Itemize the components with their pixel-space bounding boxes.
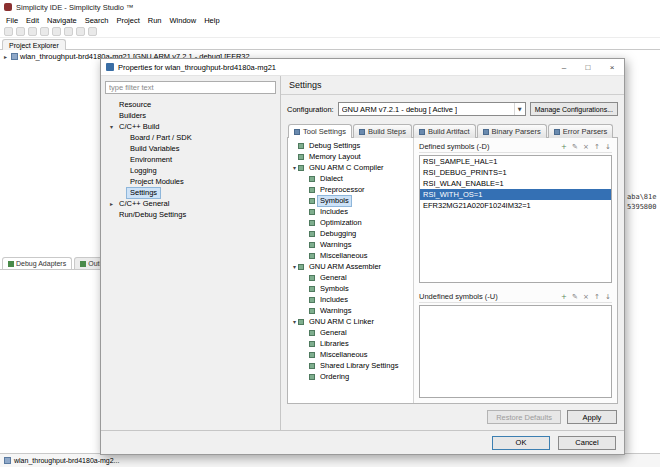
cancel-button[interactable]: Cancel xyxy=(558,436,616,450)
tool-tree-item[interactable]: Ordering xyxy=(288,371,413,382)
tool-tree-item[interactable]: Includes xyxy=(288,294,413,305)
maximize-button[interactable]: □ xyxy=(576,59,600,75)
tool-tree-item[interactable]: General xyxy=(288,272,413,283)
tool-tree-item[interactable]: Debug Settings xyxy=(288,140,413,151)
edit-icon[interactable]: ✎ xyxy=(571,293,579,301)
tool-tree-item[interactable]: Miscellaneous xyxy=(288,349,413,360)
toolbar-icon[interactable] xyxy=(4,27,13,36)
wrench-icon xyxy=(309,352,315,358)
settings-tab[interactable]: Build Artifact xyxy=(413,124,476,138)
toolbar-icon[interactable] xyxy=(76,27,85,36)
nav-tree-item[interactable]: ▾ C/C++ Build xyxy=(105,121,276,132)
nav-tree-item[interactable]: Environment xyxy=(105,154,276,165)
menu-item[interactable]: File xyxy=(2,16,22,25)
defined-symbols-list[interactable]: RSI_SAMPLE_HAL=1 RSI_DEBUG_PRINTS=1 RSI_… xyxy=(419,155,612,283)
close-button[interactable]: × xyxy=(600,59,624,75)
dialog-icon xyxy=(106,63,114,71)
tool-tree-item[interactable]: Miscellaneous xyxy=(288,250,413,261)
tool-tree-item[interactable]: Symbols xyxy=(288,195,413,206)
tool-tree-item[interactable]: Libraries xyxy=(288,338,413,349)
nav-tree-item[interactable]: Resource xyxy=(105,99,276,110)
nav-tree-item[interactable]: ▸ C/C++ General xyxy=(105,198,276,209)
toolbar-icon[interactable] xyxy=(64,27,73,36)
tree-arrow-icon[interactable]: ▾ xyxy=(108,123,115,130)
tab-icon xyxy=(483,129,489,135)
configuration-dropdown[interactable]: GNU ARM v7.2.1 - debug [ Active ] ▼ xyxy=(338,102,526,116)
menu-item[interactable]: Run xyxy=(144,16,166,25)
symbol-row[interactable]: RSI_WLAN_ENABLE=1 xyxy=(420,178,611,189)
app-title: Simplicity IDE - Simplicity Studio ™ xyxy=(16,3,134,12)
settings-tab[interactable]: Error Parsers xyxy=(548,124,614,138)
tree-arrow-icon[interactable]: ▾ xyxy=(291,263,298,270)
toolbar-icon[interactable] xyxy=(40,27,49,36)
nav-tree-item[interactable]: Run/Debug Settings xyxy=(105,209,276,220)
symbol-row[interactable]: EFR32MG21A020F1024IM32=1 xyxy=(420,200,611,211)
toolbar-icon[interactable] xyxy=(16,27,25,36)
tool-tree-item[interactable]: Debugging xyxy=(288,228,413,239)
settings-tab[interactable]: Binary Parsers xyxy=(477,124,547,138)
tab-project-explorer[interactable]: Project Explorer xyxy=(2,39,66,50)
menu-item[interactable]: Edit xyxy=(22,16,43,25)
filter-input[interactable] xyxy=(105,81,276,94)
add-icon[interactable]: + xyxy=(560,143,568,151)
toolbar-icon[interactable] xyxy=(28,27,37,36)
nav-tree-item[interactable]: Settings xyxy=(105,187,276,198)
tool-tree-item[interactable]: Symbols xyxy=(288,283,413,294)
tree-arrow-icon[interactable]: ▾ xyxy=(291,164,298,171)
apply-button[interactable]: Apply xyxy=(567,410,617,424)
settings-tab[interactable]: Tool Settings xyxy=(288,124,352,138)
minimize-button[interactable]: – xyxy=(552,59,576,75)
symbol-row[interactable]: RSI_SAMPLE_HAL=1 xyxy=(420,156,611,167)
tool-settings-content: Debug Settings Memory Layout ▾ GNU ARM xyxy=(287,137,618,404)
chevron-down-icon: ▼ xyxy=(514,103,525,115)
undefined-symbols-list[interactable] xyxy=(419,305,612,398)
menu-item[interactable]: Search xyxy=(81,16,113,25)
tool-tree-item[interactable]: ▾ GNU ARM Assembler xyxy=(288,261,413,272)
symbol-row[interactable]: RSI_DEBUG_PRINTS=1 xyxy=(420,167,611,178)
nav-tree-item[interactable]: Build Variables xyxy=(105,143,276,154)
tool-tree-item[interactable]: Includes xyxy=(288,206,413,217)
menu-item[interactable]: Project xyxy=(112,16,143,25)
tool-tree-item[interactable]: Warnings xyxy=(288,305,413,316)
nav-tree-item[interactable]: Board / Part / SDK xyxy=(105,132,276,143)
nav-tree-item[interactable]: Logging xyxy=(105,165,276,176)
move-down-icon[interactable]: ↓ xyxy=(604,143,612,151)
tool-tree-item[interactable]: Warnings xyxy=(288,239,413,250)
tool-tree-item[interactable]: Preprocessor xyxy=(288,184,413,195)
move-up-icon[interactable]: ↑ xyxy=(593,293,601,301)
tree-arrow-icon[interactable]: ▸ xyxy=(108,200,115,207)
edit-icon[interactable]: ✎ xyxy=(571,143,579,151)
symbol-row[interactable]: RSI_WITH_OS=1 xyxy=(420,189,611,200)
move-up-icon[interactable]: ↑ xyxy=(593,143,601,151)
tool-tree-item[interactable]: General xyxy=(288,327,413,338)
toolbar-icon[interactable] xyxy=(88,27,97,36)
delete-icon[interactable]: × xyxy=(582,293,590,301)
wrench-icon xyxy=(309,187,315,193)
app-icon xyxy=(4,3,12,11)
tree-arrow-icon[interactable]: ▾ xyxy=(291,318,298,325)
ok-button[interactable]: OK xyxy=(492,436,550,450)
toolbar-icon[interactable] xyxy=(52,27,61,36)
menu-item[interactable]: Help xyxy=(200,16,223,25)
lower-tab[interactable]: Debug Adapters xyxy=(2,257,72,269)
tool-tree-item[interactable]: Dialect xyxy=(288,173,413,184)
wrench-icon xyxy=(309,231,315,237)
expand-arrow-icon[interactable]: ▸ xyxy=(2,53,9,60)
add-icon[interactable]: + xyxy=(560,293,568,301)
menu-item[interactable]: Navigate xyxy=(43,16,81,25)
restore-defaults-button[interactable]: Restore Defaults xyxy=(487,410,561,424)
tool-tree-item[interactable]: Shared Library Settings xyxy=(288,360,413,371)
tool-tree-item[interactable]: ▾ GNU ARM C Compiler xyxy=(288,162,413,173)
menu-item[interactable]: Window xyxy=(166,16,201,25)
nav-tree-item[interactable]: Builders xyxy=(105,110,276,121)
settings-tab[interactable]: Build Steps xyxy=(353,124,412,138)
tool-tree-item[interactable]: Optimization xyxy=(288,217,413,228)
nav-tree-item[interactable]: Project Modules xyxy=(105,176,276,187)
dialog-body: Resource Builders ▾ C/C++ Build B xyxy=(101,76,624,430)
move-down-icon[interactable]: ↓ xyxy=(604,293,612,301)
tool-tree-item[interactable]: Memory Layout xyxy=(288,151,413,162)
tool-tree-item[interactable]: ▾ GNU ARM C Linker xyxy=(288,316,413,327)
delete-icon[interactable]: × xyxy=(582,143,590,151)
dialog-titlebar[interactable]: Properties for wlan_throughput-brd4180a-… xyxy=(101,59,624,76)
manage-configurations-button[interactable]: Manage Configurations... xyxy=(530,102,618,116)
